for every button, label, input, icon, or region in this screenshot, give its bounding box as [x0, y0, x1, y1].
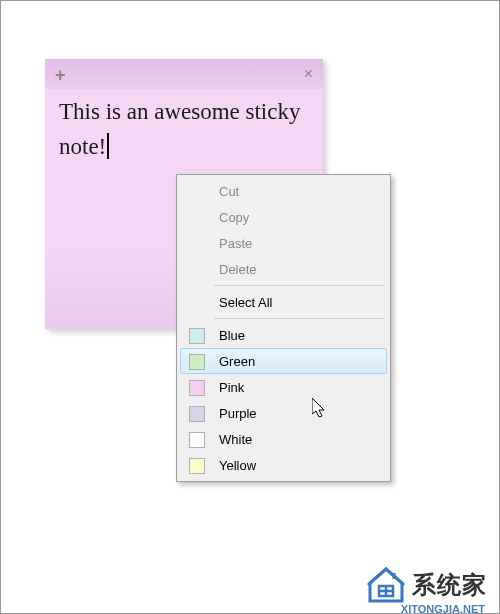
menu-separator — [214, 318, 385, 319]
menu-color-yellow[interactable]: Yellow — [180, 452, 387, 478]
menu-color-label: Purple — [219, 406, 257, 421]
menu-color-label: White — [219, 432, 252, 447]
note-text: This is an awesome sticky note! — [59, 99, 300, 159]
house-icon — [366, 567, 406, 603]
menu-color-purple[interactable]: Purple — [180, 400, 387, 426]
close-note-button[interactable]: × — [304, 65, 313, 83]
context-menu: Cut Copy Paste Delete Select All BlueGre… — [176, 174, 391, 482]
color-swatch-icon — [189, 354, 205, 370]
menu-copy[interactable]: Copy — [180, 204, 387, 230]
menu-cut[interactable]: Cut — [180, 178, 387, 204]
watermark-url: XITONGJIA.NET — [401, 603, 485, 614]
menu-delete[interactable]: Delete — [180, 256, 387, 282]
menu-select-all[interactable]: Select All — [180, 289, 387, 315]
menu-color-label: Pink — [219, 380, 244, 395]
add-note-button[interactable]: + — [55, 65, 66, 86]
watermark: 系统家 — [366, 567, 487, 603]
color-swatch-icon — [189, 328, 205, 344]
menu-color-blue[interactable]: Blue — [180, 322, 387, 348]
menu-color-label: Yellow — [219, 458, 256, 473]
watermark-brand: 系统家 — [412, 569, 487, 601]
menu-color-green[interactable]: Green — [180, 348, 387, 374]
color-swatch-icon — [189, 458, 205, 474]
menu-color-pink[interactable]: Pink — [180, 374, 387, 400]
menu-paste[interactable]: Paste — [180, 230, 387, 256]
note-header: + × — [45, 59, 323, 89]
menu-color-label: Blue — [219, 328, 245, 343]
menu-separator — [214, 285, 385, 286]
menu-color-label: Green — [219, 354, 255, 369]
color-swatch-icon — [189, 380, 205, 396]
text-cursor — [107, 133, 109, 159]
note-text-area[interactable]: This is an awesome sticky note! — [45, 89, 323, 170]
color-swatch-icon — [189, 406, 205, 422]
menu-color-white[interactable]: White — [180, 426, 387, 452]
color-swatch-icon — [189, 432, 205, 448]
